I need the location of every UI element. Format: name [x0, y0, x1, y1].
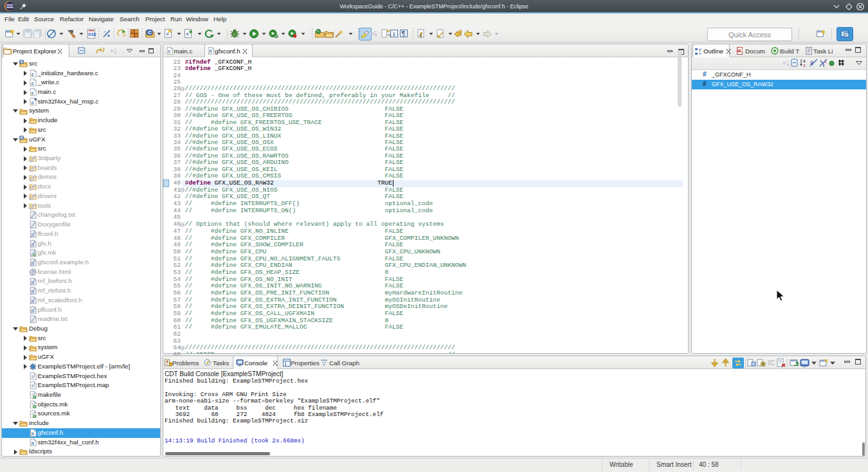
svg-text:z: z — [804, 63, 806, 68]
svg-text:h: h — [210, 49, 212, 53]
svg-text:¶: ¶ — [401, 30, 405, 37]
svg-text:c: c — [186, 31, 189, 37]
svg-text:C: C — [148, 30, 152, 35]
svg-text:c: c — [168, 49, 171, 53]
svg-text:a: a — [803, 59, 806, 63]
svg-text:C: C — [21, 136, 23, 140]
svg-text:C: C — [21, 60, 23, 64]
svg-text:C: C — [845, 33, 847, 37]
svg-text:PDF: PDF — [737, 49, 743, 52]
svg-text:010: 010 — [88, 32, 96, 37]
